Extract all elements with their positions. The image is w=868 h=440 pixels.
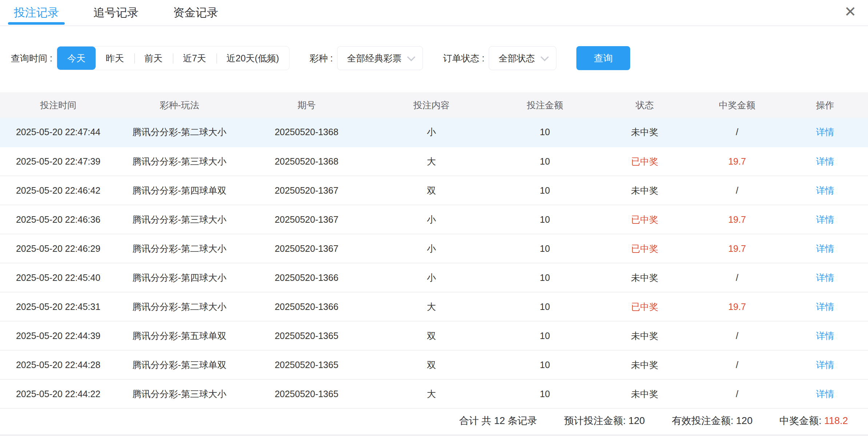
cell-game-play: 腾讯分分彩-第四球单双 (116, 176, 243, 205)
cell-action: 详情 (782, 205, 868, 234)
cell-win-amount: / (692, 263, 782, 292)
cell-issue: 20250520-1367 (243, 176, 371, 205)
time-range-segmented-control: 今天昨天前天近7天近20天(低频) (57, 46, 289, 70)
query-time-label: 查询时间 : (11, 52, 52, 64)
cell-win-amount: 19.7 (692, 147, 782, 176)
cell-status: 未中奖 (597, 176, 692, 205)
detail-link[interactable]: 详情 (816, 273, 834, 283)
detail-link[interactable]: 详情 (816, 360, 834, 370)
cell-win-amount: / (692, 176, 782, 205)
time-option-last-7-days[interactable]: 近7天 (173, 47, 216, 70)
cell-bet-amount: 10 (492, 350, 597, 379)
cell-win-amount: 19.7 (692, 205, 782, 234)
cell-bet-amount: 10 (492, 118, 597, 147)
order-status-value: 全部状态 (499, 52, 535, 64)
order-status-select[interactable]: 全部状态 (489, 46, 556, 70)
table-row: 2025-05-20 22:45:40腾讯分分彩-第四球大小20250520-1… (0, 263, 868, 292)
table-row: 2025-05-20 22:47:44腾讯分分彩-第二球大小20250520-1… (0, 118, 868, 147)
cell-issue: 20250520-1366 (243, 263, 371, 292)
cell-issue: 20250520-1367 (243, 234, 371, 263)
query-button[interactable]: 查询 (576, 46, 630, 70)
table-row: 2025-05-20 22:46:42腾讯分分彩-第四球单双20250520-1… (0, 176, 868, 205)
filter-bar: 查询时间 : 今天昨天前天近7天近20天(低频) 彩种 : 全部经典彩票 订单状… (11, 47, 868, 70)
cell-bet-time: 2025-05-20 22:45:40 (0, 263, 116, 292)
column-header: 投注内容 (371, 92, 492, 118)
summary-expected: 预计投注金额: 120 (564, 414, 645, 427)
table-row: 2025-05-20 22:47:39腾讯分分彩-第三球大小20250520-1… (0, 147, 868, 176)
cell-bet-content: 双 (371, 350, 492, 379)
table-row: 2025-05-20 22:46:29腾讯分分彩-第二球大小20250520-1… (0, 234, 868, 263)
cell-issue: 20250520-1365 (243, 350, 371, 379)
tab-bar: 投注记录追号记录资金记录 ✕ (0, 0, 868, 26)
cell-bet-amount: 10 (492, 292, 597, 321)
cell-game-play: 腾讯分分彩-第二球大小 (116, 118, 243, 147)
cell-bet-amount: 10 (492, 205, 597, 234)
cell-action: 详情 (782, 321, 868, 350)
tab-betting-records[interactable]: 投注记录 (14, 0, 59, 25)
detail-link[interactable]: 详情 (816, 243, 834, 254)
summary-win: 中奖金额: 118.2 (779, 414, 848, 427)
cell-bet-time: 2025-05-20 22:46:29 (0, 234, 116, 263)
detail-link[interactable]: 详情 (816, 214, 834, 225)
cell-action: 详情 (782, 176, 868, 205)
cell-status: 未中奖 (597, 321, 692, 350)
table-row: 2025-05-20 22:44:39腾讯分分彩-第五球单双20250520-1… (0, 321, 868, 350)
cell-status: 已中奖 (597, 292, 692, 321)
cell-status: 未中奖 (597, 263, 692, 292)
cell-game-play: 腾讯分分彩-第三球大小 (116, 205, 243, 234)
cell-action: 详情 (782, 379, 868, 408)
summary-bar: 合计 共 12 条记录 预计投注金额: 120 有效投注金额: 120 中奖金额… (0, 409, 868, 433)
lottery-type-select[interactable]: 全部经典彩票 (337, 46, 423, 70)
cell-bet-content: 双 (371, 176, 492, 205)
cell-bet-amount: 10 (492, 263, 597, 292)
cell-bet-content: 小 (371, 205, 492, 234)
cell-win-amount: / (692, 118, 782, 147)
cell-status: 未中奖 (597, 350, 692, 379)
cell-issue: 20250520-1367 (243, 205, 371, 234)
table-row: 2025-05-20 22:44:28腾讯分分彩-第三球单双20250520-1… (0, 350, 868, 379)
time-option-yesterday[interactable]: 昨天 (96, 47, 134, 70)
table-header: 投注时间彩种-玩法期号投注内容投注金额状态中奖金额操作 (0, 92, 868, 118)
close-icon[interactable]: ✕ (844, 1, 856, 23)
summary-total: 合计 共 12 条记录 (459, 414, 537, 427)
cell-bet-amount: 10 (492, 234, 597, 263)
column-header: 投注金额 (492, 92, 597, 118)
lottery-type-value: 全部经典彩票 (347, 52, 401, 64)
cell-bet-amount: 10 (492, 379, 597, 408)
cell-action: 详情 (782, 147, 868, 176)
detail-link[interactable]: 详情 (816, 127, 834, 137)
cell-status: 已中奖 (597, 234, 692, 263)
time-option-day-before-yesterday[interactable]: 前天 (134, 47, 173, 70)
table-row: 2025-05-20 22:46:36腾讯分分彩-第三球大小20250520-1… (0, 205, 868, 234)
cell-action: 详情 (782, 350, 868, 379)
tab-chase-records[interactable]: 追号记录 (93, 0, 139, 25)
time-option-today[interactable]: 今天 (57, 47, 96, 70)
detail-link[interactable]: 详情 (816, 302, 834, 312)
cell-status: 未中奖 (597, 118, 692, 147)
cell-bet-time: 2025-05-20 22:46:42 (0, 176, 116, 205)
cell-bet-content: 大 (371, 379, 492, 408)
cell-win-amount: 19.7 (692, 234, 782, 263)
cell-win-amount: / (692, 379, 782, 408)
cell-bet-content: 双 (371, 321, 492, 350)
betting-records-modal: 投注记录追号记录资金记录 ✕ 查询时间 : 今天昨天前天近7天近20天(低频) … (0, 0, 868, 440)
records-table: 投注时间彩种-玩法期号投注内容投注金额状态中奖金额操作 2025-05-20 2… (0, 92, 868, 409)
chevron-down-icon (407, 53, 416, 61)
tab-funds-records[interactable]: 资金记录 (173, 0, 218, 25)
cell-game-play: 腾讯分分彩-第四球大小 (116, 263, 243, 292)
cell-bet-amount: 10 (492, 321, 597, 350)
cell-bet-time: 2025-05-20 22:44:28 (0, 350, 116, 379)
cell-bet-content: 小 (371, 263, 492, 292)
column-header: 中奖金额 (692, 92, 782, 118)
table-body: 2025-05-20 22:47:44腾讯分分彩-第二球大小20250520-1… (0, 118, 868, 408)
detail-link[interactable]: 详情 (816, 185, 834, 195)
cell-issue: 20250520-1368 (243, 118, 371, 147)
order-status-label: 订单状态 : (443, 52, 484, 64)
detail-link[interactable]: 详情 (816, 331, 834, 341)
detail-link[interactable]: 详情 (816, 156, 834, 166)
table-row: 2025-05-20 22:45:31腾讯分分彩-第二球大小20250520-1… (0, 292, 868, 321)
time-option-last-20-days-low-freq[interactable]: 近20天(低频) (216, 47, 289, 70)
table-row: 2025-05-20 22:44:22腾讯分分彩-第三球大小20250520-1… (0, 379, 868, 408)
detail-link[interactable]: 详情 (816, 389, 834, 399)
column-header: 状态 (597, 92, 692, 118)
